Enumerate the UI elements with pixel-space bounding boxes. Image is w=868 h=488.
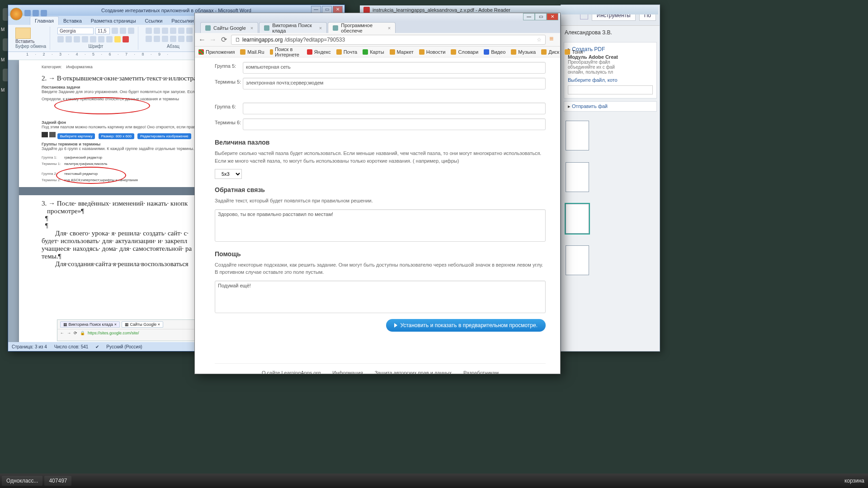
forward-button[interactable]: →: [209, 36, 217, 43]
browser-tab[interactable]: Сайты Google×: [200, 22, 258, 33]
bookmark-item[interactable]: Поиск в Интернете: [270, 47, 302, 57]
save-icon[interactable]: [24, 10, 31, 16]
windows-taskbar[interactable]: Однокласс... 407497 корзина: [0, 474, 868, 488]
send-file-heading[interactable]: Отправить фай: [572, 103, 608, 109]
align-right-icon[interactable]: [162, 36, 168, 42]
chrome-frame[interactable]: — ▭ ✕: [195, 13, 560, 21]
line-spacing-icon[interactable]: [178, 36, 184, 42]
maximize-button[interactable]: ▭: [535, 13, 547, 20]
page-status[interactable]: Страница: 3 из 4: [12, 344, 47, 349]
tab-mailings[interactable]: Рассылки: [167, 17, 198, 25]
font-group-label: Шрифт: [57, 44, 134, 49]
cat-label: Категория:: [42, 65, 62, 69]
bookmark-item[interactable]: Диск: [541, 49, 559, 55]
multilevel-icon[interactable]: [162, 28, 168, 34]
puzzle-size-select[interactable]: 5x3: [215, 169, 242, 179]
bookmark-item[interactable]: Словари: [451, 49, 478, 55]
align-left-icon[interactable]: [146, 36, 152, 42]
minimize-button[interactable]: —: [311, 6, 321, 13]
font-color-icon[interactable]: [123, 36, 129, 42]
close-button[interactable]: ✕: [333, 6, 343, 13]
taskbar-item[interactable]: 407497: [44, 476, 71, 486]
bold-icon[interactable]: [57, 36, 64, 42]
terms6-input[interactable]: [243, 118, 546, 130]
subscript-icon[interactable]: [90, 36, 96, 42]
tab-insert[interactable]: Вставка: [59, 17, 86, 25]
superscript-icon[interactable]: [98, 36, 104, 42]
sort-icon[interactable]: [186, 28, 193, 34]
tab-close-icon[interactable]: ×: [250, 25, 253, 31]
browser-tab[interactable]: Викторина Поиск клада×: [259, 22, 327, 33]
minimize-button[interactable]: —: [523, 13, 535, 20]
bookmark-item[interactable]: Музыка: [511, 49, 536, 55]
bookmark-icon: [240, 49, 245, 55]
indent-inc-icon[interactable]: [178, 28, 184, 34]
apps-button[interactable]: Приложения: [198, 49, 235, 55]
page-thumb[interactable]: [566, 245, 589, 275]
bookmark-item[interactable]: Тоня: [565, 49, 583, 55]
indent-dec-icon[interactable]: [170, 28, 176, 34]
footer-link[interactable]: Разработчикам: [463, 370, 499, 374]
adobe-title: instrukcia_learningapps_aleksandrova_z.v…: [373, 7, 510, 13]
italic-icon[interactable]: [66, 36, 72, 42]
bookmark-item[interactable]: Новости: [419, 49, 446, 55]
pick-file-link[interactable]: Выберите файл, кото: [568, 77, 653, 83]
page-thumb[interactable]: [566, 162, 589, 192]
bookmark-item[interactable]: Карты: [363, 49, 384, 55]
grow-font-icon[interactable]: [112, 28, 118, 34]
font-name-select[interactable]: Georgia: [57, 28, 94, 34]
language-status[interactable]: Русский (Россия): [106, 344, 142, 349]
feedback-input[interactable]: [215, 209, 546, 242]
footer-link[interactable]: Защита авторских прав и данных: [375, 370, 452, 374]
shading-icon[interactable]: [186, 36, 193, 42]
chrome-menu-icon[interactable]: ≡: [549, 36, 557, 43]
case-icon[interactable]: [106, 36, 113, 42]
underline-icon[interactable]: [74, 36, 80, 42]
reload-button[interactable]: ⟳: [220, 36, 227, 43]
page-thumb-selected[interactable]: [566, 204, 589, 234]
tab-close-icon[interactable]: ×: [388, 25, 391, 31]
footer-link[interactable]: О сайте LearningApps.org: [262, 370, 321, 374]
group6-input[interactable]: [243, 103, 546, 114]
bookmark-item[interactable]: Маркет: [390, 49, 414, 55]
browser-tab-active[interactable]: Программное обеспече×: [328, 22, 396, 33]
bookmark-item[interactable]: Mail.Ru: [240, 49, 264, 55]
page-thumb[interactable]: [566, 121, 589, 150]
align-center-icon[interactable]: [154, 36, 160, 42]
undo-icon[interactable]: [33, 10, 39, 16]
taskbar-item[interactable]: Однокласс...: [2, 476, 42, 486]
bookmarks-bar: Приложения Mail.Ru Поиск в Интернете Янд…: [195, 47, 560, 57]
justify-icon[interactable]: [170, 36, 176, 42]
terms5-input[interactable]: [243, 78, 546, 89]
shrink-font-icon[interactable]: [120, 28, 126, 34]
maximize-button[interactable]: ▭: [322, 6, 332, 13]
proofing-icon[interactable]: ✔: [95, 344, 99, 349]
back-button[interactable]: ←: [198, 36, 206, 43]
bookmark-star-icon[interactable]: ☆: [537, 37, 542, 43]
numbering-icon[interactable]: [154, 28, 160, 34]
preview-submit-button[interactable]: Установить и показать в предварительном …: [386, 319, 546, 332]
group5-input[interactable]: [243, 62, 546, 74]
bookmark-item[interactable]: Видео: [484, 49, 505, 55]
paste-label: Вставить: [15, 39, 46, 44]
clear-format-icon[interactable]: [128, 28, 134, 34]
tab-references[interactable]: Ссылки: [141, 17, 167, 25]
file-field[interactable]: [568, 85, 653, 94]
word-count[interactable]: Число слов: 541: [54, 344, 89, 349]
tab-layout[interactable]: Разметка страницы: [86, 17, 141, 25]
help-input[interactable]: [215, 281, 546, 313]
tray-label[interactable]: корзина: [844, 478, 864, 484]
redo-icon[interactable]: [41, 10, 47, 16]
strike-icon[interactable]: [82, 36, 88, 42]
bullets-icon[interactable]: [146, 28, 152, 34]
bookmark-item[interactable]: Яндекс: [307, 49, 331, 55]
close-button[interactable]: ✕: [547, 13, 558, 20]
paste-icon[interactable]: [15, 28, 31, 39]
bookmark-item[interactable]: Почта: [336, 49, 358, 55]
footer-link[interactable]: Информация: [332, 370, 363, 374]
tab-close-icon[interactable]: ×: [319, 25, 322, 31]
font-size-select[interactable]: 11,5: [95, 28, 110, 34]
highlight-icon[interactable]: [114, 36, 121, 42]
office-button[interactable]: [10, 8, 23, 20]
address-bar[interactable]: 🗋 learningapps.org/display?editapp=79053…: [231, 35, 546, 45]
